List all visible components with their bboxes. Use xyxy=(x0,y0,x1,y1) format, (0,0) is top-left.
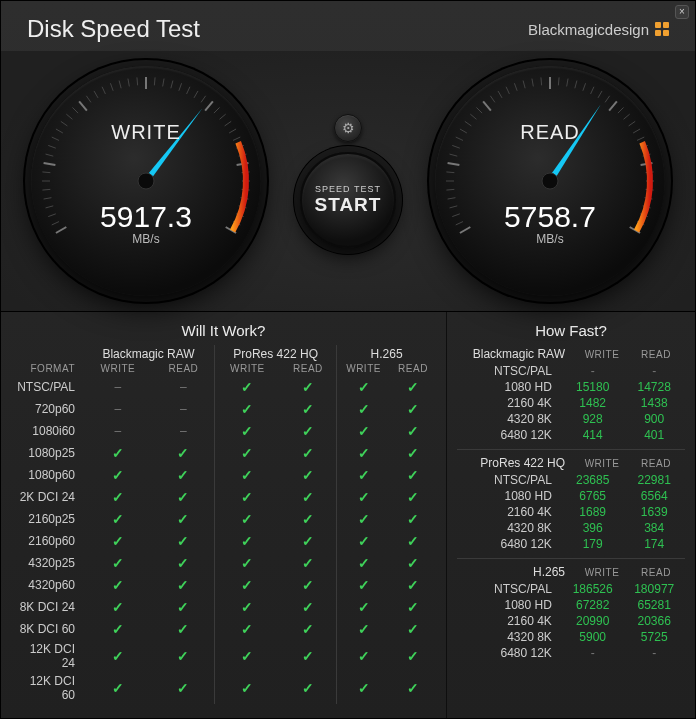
svg-line-83 xyxy=(609,101,617,110)
check-icon: ✓ xyxy=(407,577,419,593)
check-icon: ✓ xyxy=(112,599,124,615)
resolution-label: 4320 8K xyxy=(457,411,562,427)
svg-line-84 xyxy=(618,107,624,113)
svg-line-56 xyxy=(446,189,454,190)
svg-line-31 xyxy=(201,96,206,103)
result-cell: ✓ xyxy=(280,672,337,704)
group-name: H.265 xyxy=(459,565,575,579)
result-cell: ✓ xyxy=(83,640,153,672)
result-cell: ✓ xyxy=(153,552,215,574)
check-icon: ✓ xyxy=(302,648,314,664)
svg-line-32 xyxy=(205,101,213,110)
svg-line-14 xyxy=(66,114,72,119)
format-label: 12K DCI 24 xyxy=(11,640,83,672)
svg-line-76 xyxy=(558,77,559,85)
result-cell: ✓ xyxy=(280,376,337,398)
check-icon: ✓ xyxy=(177,577,189,593)
svg-line-65 xyxy=(470,114,476,119)
format-label: 2160p60 xyxy=(11,530,83,552)
result-cell: ✓ xyxy=(280,640,337,672)
check-icon: ✓ xyxy=(407,555,419,571)
result-cell: ✓ xyxy=(390,596,436,618)
table-row: 1080p25✓✓✓✓✓✓ xyxy=(11,442,436,464)
table-row: 4320 8K928900 xyxy=(457,411,685,427)
read-gauge-label: READ xyxy=(435,121,665,144)
result-cell: – xyxy=(153,376,215,398)
result-cell: ✓ xyxy=(280,420,337,442)
dash-icon: – xyxy=(180,424,187,438)
result-cell: ✓ xyxy=(280,530,337,552)
write-value: 396 xyxy=(562,520,624,536)
read-value: - xyxy=(623,363,685,379)
result-cell: ✓ xyxy=(153,574,215,596)
svg-line-19 xyxy=(102,87,105,94)
table-row: 8K DCI 24✓✓✓✓✓✓ xyxy=(11,596,436,618)
svg-line-81 xyxy=(598,91,602,98)
result-cell: ✓ xyxy=(337,618,390,640)
write-value: 15180 xyxy=(562,379,624,395)
check-icon: ✓ xyxy=(358,401,370,417)
check-icon: ✓ xyxy=(112,467,124,483)
read-gauge-value: 5758.7 MB/s xyxy=(435,200,665,246)
check-icon: ✓ xyxy=(358,379,370,395)
svg-line-26 xyxy=(163,79,164,87)
titlebar: Disk Speed Test Blackmagicdesign xyxy=(1,1,695,51)
result-cell: – xyxy=(83,398,153,420)
result-cell: ✓ xyxy=(280,398,337,420)
app-title: Disk Speed Test xyxy=(27,15,200,43)
start-button[interactable]: SPEED TEST START xyxy=(300,152,396,248)
result-cell: ✓ xyxy=(337,420,390,442)
svg-line-70 xyxy=(506,87,509,94)
check-icon: ✓ xyxy=(302,555,314,571)
check-icon: ✓ xyxy=(241,511,253,527)
format-label: 1080p60 xyxy=(11,464,83,486)
result-cell: ✓ xyxy=(83,574,153,596)
svg-line-10 xyxy=(48,145,56,148)
result-cell: ✓ xyxy=(215,640,280,672)
write-value: 20990 xyxy=(562,613,624,629)
check-icon: ✓ xyxy=(302,467,314,483)
result-cell: ✓ xyxy=(390,618,436,640)
resolution-label: 4320 8K xyxy=(457,629,562,645)
svg-line-15 xyxy=(72,107,78,113)
result-cell: ✓ xyxy=(83,552,153,574)
svg-line-60 xyxy=(450,154,458,156)
check-icon: ✓ xyxy=(358,577,370,593)
codec-header: Blackmagic RAW xyxy=(83,345,215,361)
rw-header: WRITE xyxy=(337,361,390,376)
check-icon: ✓ xyxy=(407,445,419,461)
svg-point-50 xyxy=(138,173,154,189)
resolution-label: 4320 8K xyxy=(457,520,562,536)
result-cell: ✓ xyxy=(153,442,215,464)
table-row: 2160 4K14821438 xyxy=(457,395,685,411)
svg-line-71 xyxy=(514,83,517,91)
resolution-label: 2160 4K xyxy=(457,504,562,520)
codec-header: H.265 xyxy=(337,345,436,361)
result-cell: ✓ xyxy=(153,464,215,486)
rw-header: READ xyxy=(153,361,215,376)
svg-line-17 xyxy=(86,96,91,103)
check-icon: ✓ xyxy=(177,648,189,664)
resolution-label: NTSC/PAL xyxy=(457,581,562,597)
format-label: NTSC/PAL xyxy=(11,376,83,398)
svg-line-7 xyxy=(42,172,50,173)
check-icon: ✓ xyxy=(302,533,314,549)
settings-button[interactable]: ⚙ xyxy=(334,114,362,142)
svg-line-67 xyxy=(483,101,491,110)
read-col-header: READ xyxy=(629,349,683,360)
format-label: 12K DCI 60 xyxy=(11,672,83,704)
table-row: 6480 12K179174 xyxy=(457,536,685,552)
write-value: 23685 xyxy=(562,472,624,488)
svg-line-20 xyxy=(110,83,113,91)
read-value: 1438 xyxy=(623,395,685,411)
close-button[interactable]: × xyxy=(675,5,689,19)
svg-line-74 xyxy=(541,77,542,85)
table-row: 1080 HD1518014728 xyxy=(457,379,685,395)
check-icon: ✓ xyxy=(241,489,253,505)
resolution-label: 1080 HD xyxy=(457,597,562,613)
write-col-header: WRITE xyxy=(575,349,629,360)
result-cell: ✓ xyxy=(215,672,280,704)
read-value: - xyxy=(623,645,685,661)
table-row: 4320 8K59005725 xyxy=(457,629,685,645)
svg-line-59 xyxy=(448,163,460,165)
